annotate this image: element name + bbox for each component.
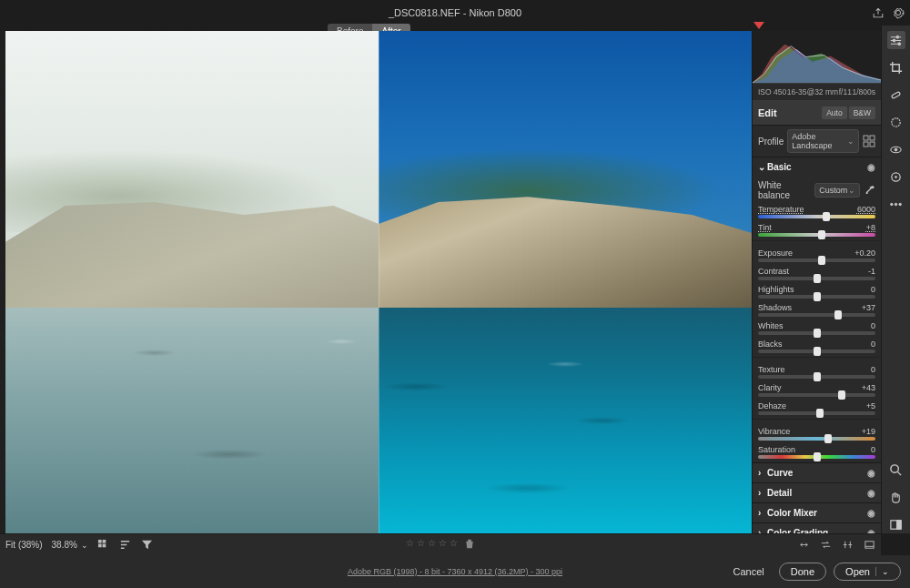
- shutter-value: 1/800s: [852, 87, 875, 96]
- exposure-slider[interactable]: Exposure+0.20: [753, 248, 881, 266]
- compare-swap-icon[interactable]: [819, 539, 832, 552]
- basic-section-header[interactable]: ⌄Basic ◉: [753, 157, 881, 177]
- exposure-value[interactable]: +0.20: [854, 248, 875, 258]
- gear-icon[interactable]: [892, 6, 905, 19]
- svg-point-12: [895, 176, 897, 177]
- zoom-tool-icon[interactable]: [887, 461, 905, 479]
- eye-icon[interactable]: ◉: [867, 162, 875, 172]
- contrast-label: Contrast: [758, 267, 789, 276]
- vibrance-slider[interactable]: Vibrance+19: [753, 426, 881, 444]
- presets-tool-icon[interactable]: [887, 167, 905, 186]
- clipping-warning-icon[interactable]: [753, 22, 764, 29]
- profile-select[interactable]: Adobe Landscape: [787, 129, 859, 153]
- share-icon[interactable]: [872, 6, 885, 19]
- shadows-value[interactable]: +37: [862, 303, 875, 312]
- rating-stars[interactable]: ☆☆☆☆☆: [406, 538, 476, 552]
- footer-bar: Adobe RGB (1998) - 8 bit - 7360 x 4912 (…: [0, 555, 910, 588]
- profile-grid-icon[interactable]: [863, 135, 875, 147]
- star-icon[interactable]: ☆: [406, 538, 414, 552]
- exposure-label: Exposure: [758, 248, 793, 258]
- image-canvas[interactable]: [0, 31, 752, 533]
- redeye-tool-icon[interactable]: [887, 140, 905, 158]
- tint-value[interactable]: +8: [866, 223, 875, 232]
- vibrance-label: Vibrance: [758, 427, 790, 436]
- saturation-value[interactable]: 0: [871, 445, 875, 454]
- open-button[interactable]: Open: [834, 563, 901, 581]
- edit-sliders-tool-icon[interactable]: [887, 31, 905, 49]
- zoom-select[interactable]: 38.8%: [52, 540, 88, 550]
- healing-tool-icon[interactable]: [887, 86, 905, 104]
- svg-point-4: [896, 35, 899, 38]
- saturation-slider[interactable]: Saturation0: [753, 444, 881, 462]
- histogram[interactable]: [753, 31, 881, 84]
- profile-label: Profile: [758, 137, 784, 147]
- grid-view-icon[interactable]: [97, 539, 110, 552]
- image-metadata-summary[interactable]: Adobe RGB (1998) - 8 bit - 7360 x 4912 (…: [348, 567, 562, 576]
- temperature-value[interactable]: 6000: [857, 205, 875, 214]
- curve-section-header[interactable]: ›Curve◉: [753, 462, 881, 482]
- dehaze-slider[interactable]: Dehaze+5: [753, 400, 881, 419]
- star-icon[interactable]: ☆: [439, 538, 447, 552]
- compare-split-icon[interactable]: [841, 539, 854, 552]
- whitebalance-select[interactable]: Custom: [814, 183, 860, 198]
- eye-icon[interactable]: ◉: [867, 488, 875, 498]
- filter-icon[interactable]: [141, 539, 154, 552]
- sort-icon[interactable]: [119, 539, 132, 552]
- svg-point-6: [898, 42, 901, 45]
- texture-slider[interactable]: Texture0: [753, 364, 881, 382]
- photo-metadata: ISO 450 16-35@32 mm f/11 1/800s: [753, 84, 881, 101]
- trash-icon[interactable]: [464, 538, 476, 552]
- whites-label: Whites: [758, 321, 784, 330]
- svg-point-13: [891, 203, 893, 205]
- whites-slider[interactable]: Whites0: [753, 320, 881, 339]
- color-grading-section-header[interactable]: ›Color Grading◉: [753, 522, 881, 533]
- svg-rect-1: [870, 136, 875, 140]
- eye-icon[interactable]: ◉: [867, 508, 875, 518]
- shadows-slider[interactable]: Shadows+37: [753, 302, 881, 320]
- mask-tool-icon[interactable]: [887, 113, 905, 131]
- whitebalance-label: White balance: [758, 180, 811, 200]
- detail-section-header[interactable]: ›Detail◉: [753, 482, 881, 502]
- more-tool-icon[interactable]: [887, 195, 905, 213]
- clarity-value[interactable]: +43: [862, 383, 875, 392]
- eye-icon[interactable]: ◉: [867, 468, 875, 478]
- clarity-label: Clarity: [758, 383, 782, 392]
- done-button[interactable]: Done: [779, 563, 826, 581]
- vibrance-value[interactable]: +19: [862, 427, 875, 436]
- temperature-slider[interactable]: Temperature6000: [753, 204, 881, 222]
- bw-button[interactable]: B&W: [849, 106, 875, 119]
- temperature-label: Temperature: [758, 205, 804, 214]
- titlebar: _DSC0818.NEF - Nikon D800: [0, 0, 910, 25]
- eyedropper-icon[interactable]: [864, 184, 875, 197]
- clarity-slider[interactable]: Clarity+43: [753, 382, 881, 400]
- star-icon[interactable]: ☆: [428, 538, 436, 552]
- blacks-slider[interactable]: Blacks0: [753, 339, 881, 357]
- status-bar: Fit (38%) 38.8% ☆☆☆☆☆: [0, 533, 881, 555]
- saturation-label: Saturation: [758, 445, 795, 454]
- toggle-panel-icon[interactable]: [887, 515, 905, 533]
- svg-point-16: [891, 464, 898, 471]
- texture-value[interactable]: 0: [871, 365, 875, 374]
- dehaze-value[interactable]: +5: [866, 401, 875, 411]
- highlights-value[interactable]: 0: [871, 285, 875, 294]
- svg-rect-18: [896, 520, 901, 528]
- contrast-slider[interactable]: Contrast-1: [753, 266, 881, 284]
- whites-value[interactable]: 0: [871, 321, 875, 330]
- fit-label[interactable]: Fit (38%): [5, 540, 43, 550]
- tint-slider[interactable]: Tint+8: [753, 222, 881, 240]
- cancel-button[interactable]: Cancel: [726, 563, 772, 581]
- blacks-value[interactable]: 0: [871, 340, 875, 349]
- blacks-label: Blacks: [758, 340, 783, 349]
- compare-cycle-icon[interactable]: [797, 539, 810, 552]
- star-icon[interactable]: ☆: [450, 538, 458, 552]
- crop-tool-icon[interactable]: [887, 58, 905, 76]
- svg-rect-23: [864, 542, 873, 548]
- color-mixer-section-header[interactable]: ›Color Mixer◉: [753, 502, 881, 522]
- filmstrip-icon[interactable]: [863, 539, 875, 552]
- auto-button[interactable]: Auto: [822, 106, 847, 119]
- highlights-slider[interactable]: Highlights0: [753, 284, 881, 302]
- hand-tool-icon[interactable]: [887, 488, 905, 506]
- contrast-value[interactable]: -1: [868, 267, 875, 276]
- shadows-label: Shadows: [758, 303, 792, 312]
- star-icon[interactable]: ☆: [417, 538, 425, 552]
